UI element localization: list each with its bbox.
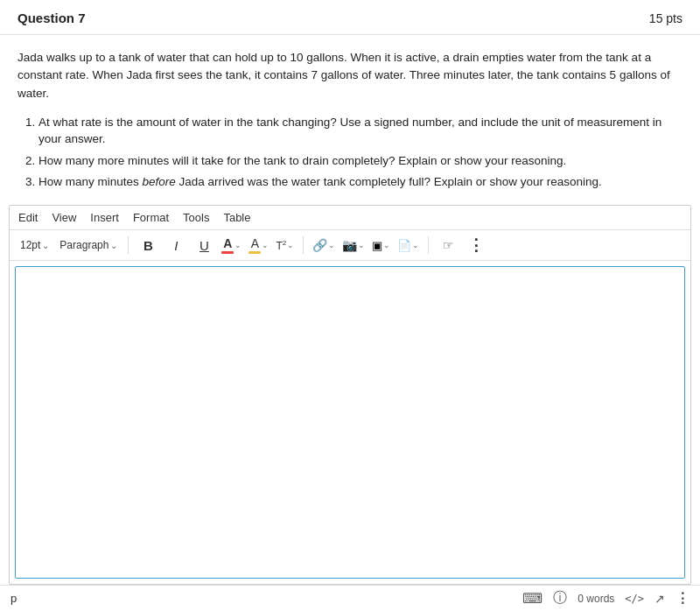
- highlight-label: A: [251, 236, 259, 250]
- highlight-color-bar: [248, 251, 261, 254]
- doc-icon: 📄: [397, 239, 411, 252]
- question-header: Question 7 15 pts: [0, 0, 700, 35]
- menu-view[interactable]: View: [50, 209, 78, 226]
- menu-table[interactable]: Table: [221, 209, 252, 226]
- special-chars-button[interactable]: ☞: [436, 234, 460, 256]
- font-color-button[interactable]: A ⌄: [220, 235, 243, 256]
- list-item: How many minutes before Jada arrived was…: [38, 174, 682, 191]
- list-item: How many more minutes will it take for t…: [38, 153, 682, 170]
- paragraph-style-select[interactable]: Paragraph ⌄: [56, 237, 121, 253]
- font-size-chevron-icon: ⌄: [42, 241, 49, 250]
- doc-button[interactable]: 📄 ⌄: [396, 237, 421, 254]
- media-chevron-icon: ⌄: [383, 241, 390, 249]
- list-item-3-before: How many minutes: [38, 175, 143, 188]
- bold-icon: B: [144, 238, 153, 253]
- image-chevron-icon: ⌄: [358, 241, 365, 249]
- list-item-1-text: At what rate is the amount of water in t…: [38, 116, 662, 145]
- info-icon[interactable]: ⓘ: [553, 589, 567, 607]
- font-color-label: A: [223, 236, 232, 250]
- font-size-label: 12pt: [20, 239, 40, 251]
- editor-statusbar: p ⌨ ⓘ 0 words </> ↗ ⋮: [0, 585, 700, 611]
- menu-insert[interactable]: Insert: [88, 209, 121, 226]
- separator-3: [428, 236, 429, 254]
- editor-toolbar: 12pt ⌄ Paragraph ⌄ B I U: [10, 230, 690, 261]
- menu-edit[interactable]: Edit: [17, 209, 39, 226]
- question-title: Question 7: [18, 11, 86, 25]
- media-icon: ▣: [372, 239, 382, 252]
- paragraph-chevron-icon: ⌄: [110, 241, 117, 250]
- editor-container: Edit View Insert Format Tools Table 12pt…: [9, 205, 691, 585]
- special-chars-icon: ☞: [443, 238, 454, 252]
- question-body: Jada walks up to a tank of water that ca…: [0, 35, 700, 205]
- superscript-button[interactable]: T2 ⌄: [274, 237, 296, 254]
- menu-tools[interactable]: Tools: [181, 209, 211, 226]
- element-indicator: p: [10, 592, 17, 605]
- menu-format[interactable]: Format: [131, 209, 171, 226]
- highlight-color-button[interactable]: A ⌄: [247, 235, 270, 256]
- list-item-3-after: Jada arrived was the water tank complete…: [176, 175, 602, 188]
- media-button[interactable]: ▣ ⌄: [370, 237, 392, 254]
- paragraph-style-label: Paragraph: [60, 239, 108, 251]
- separator-1: [128, 236, 129, 254]
- doc-chevron-icon: ⌄: [412, 241, 419, 249]
- image-icon: 📷: [342, 238, 357, 252]
- link-button[interactable]: 🔗 ⌄: [311, 236, 337, 254]
- superscript-chevron-icon: ⌄: [287, 241, 294, 249]
- more-options-icon: ⋮: [468, 235, 484, 255]
- link-icon: 🔗: [312, 238, 327, 252]
- highlight-icon: A: [248, 236, 261, 254]
- status-more-icon[interactable]: ⋮: [676, 590, 690, 607]
- underline-button[interactable]: U: [192, 234, 216, 256]
- italic-icon: I: [174, 238, 178, 253]
- editor-textarea[interactable]: [15, 266, 685, 579]
- question-list: At what rate is the amount of water in t…: [38, 115, 682, 192]
- keyboard-icon[interactable]: ⌨: [522, 590, 542, 607]
- question-points: 15 pts: [649, 11, 682, 25]
- highlight-chevron-icon: ⌄: [262, 241, 269, 249]
- list-item-3-italic: before: [143, 175, 176, 188]
- expand-button[interactable]: ↗: [654, 592, 665, 606]
- word-count-label: 0 words: [578, 593, 614, 605]
- question-text: Jada walks up to a tank of water that ca…: [18, 49, 682, 102]
- more-options-button[interactable]: ⋮: [464, 234, 488, 256]
- underline-icon: U: [200, 238, 209, 253]
- image-button[interactable]: 📷 ⌄: [340, 236, 367, 254]
- italic-button[interactable]: I: [164, 234, 188, 256]
- font-color-icon: A: [221, 236, 234, 254]
- superscript-icon: T2: [276, 239, 286, 252]
- editor-menubar: Edit View Insert Format Tools Table: [10, 206, 690, 230]
- status-right: ⌨ ⓘ 0 words </> ↗ ⋮: [522, 589, 690, 607]
- bold-button[interactable]: B: [136, 234, 160, 256]
- page: Question 7 15 pts Jada walks up to a tan…: [0, 0, 700, 611]
- list-item: At what rate is the amount of water in t…: [38, 115, 682, 148]
- list-item-2-text: How many more minutes will it take for t…: [38, 154, 566, 167]
- font-color-chevron-icon: ⌄: [234, 241, 242, 249]
- font-size-select[interactable]: 12pt ⌄: [17, 237, 52, 253]
- code-view-button[interactable]: </>: [625, 593, 644, 605]
- link-chevron-icon: ⌄: [328, 241, 335, 249]
- font-color-bar: [221, 251, 234, 254]
- separator-2: [303, 236, 304, 254]
